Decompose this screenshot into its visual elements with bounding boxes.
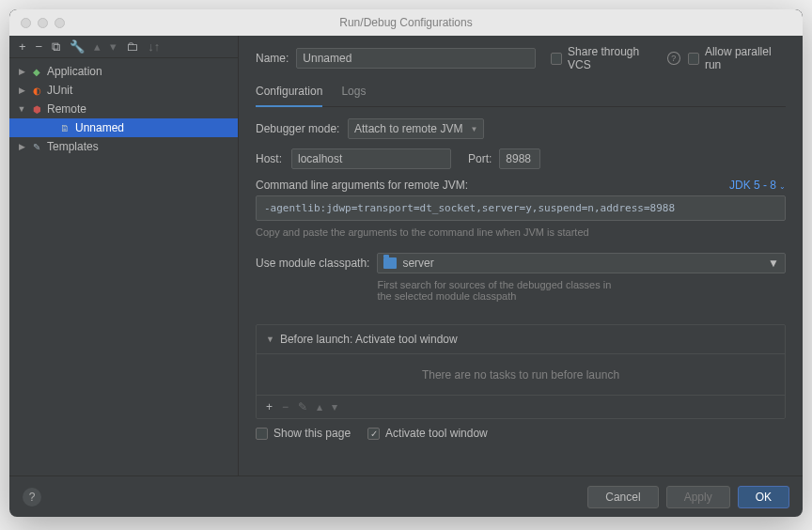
- tree-item-junit[interactable]: ▶ ◐ JUnit: [9, 81, 238, 100]
- footer: ? Cancel Apply OK: [9, 475, 803, 517]
- sort-icon[interactable]: ↓↑: [148, 40, 160, 53]
- module-value: server: [402, 257, 433, 270]
- sidebar-toolbar: + − ⧉ 🔧 ▴ ▾ 🗀 ↓↑: [9, 36, 238, 58]
- cmdline-label-row: Command line arguments for remote JVM: J…: [256, 179, 786, 192]
- name-input[interactable]: [296, 48, 535, 69]
- cmdline-field[interactable]: -agentlib:jdwp=transport=dt_socket,serve…: [256, 195, 786, 221]
- module-row: Use module classpath: server ▼ First sea…: [256, 253, 786, 302]
- task-toolbar: + − ✎ ▴ ▾: [257, 395, 785, 418]
- module-hint: First search for sources of the debugged…: [377, 279, 621, 302]
- cmdline-label: Command line arguments for remote JVM:: [256, 179, 468, 192]
- main-panel: Name: Share through VCS ? Allow parallel…: [239, 36, 803, 475]
- file-icon: 🗎: [58, 121, 71, 134]
- debugger-mode-row: Debugger mode: Attach to remote JVM ▼: [256, 118, 786, 139]
- chevron-right-icon: ▶: [17, 142, 26, 151]
- templates-icon: ✎: [30, 140, 43, 153]
- host-label: Host:: [256, 152, 284, 165]
- share-label: Share through VCS: [568, 45, 660, 71]
- port-input[interactable]: [499, 148, 540, 169]
- tree-label: Remote: [47, 102, 86, 116]
- add-task-icon[interactable]: +: [266, 400, 273, 413]
- tree-label: Unnamed: [75, 121, 124, 134]
- parallel-label: Allow parallel run: [705, 45, 786, 71]
- activate-window-label: Activate tool window: [385, 427, 488, 440]
- tree-item-application[interactable]: ▶ ◆ Application: [9, 62, 238, 81]
- debugger-mode-label: Debugger mode:: [256, 122, 340, 135]
- task-list-empty: There are no tasks to run before launch: [257, 353, 785, 395]
- folder-icon[interactable]: 🗀: [126, 40, 138, 53]
- checkbox-icon: [256, 428, 268, 440]
- show-page-label: Show this page: [273, 427, 351, 440]
- copy-icon[interactable]: ⧉: [52, 40, 60, 53]
- close-icon[interactable]: [21, 18, 31, 28]
- host-input[interactable]: [291, 148, 451, 169]
- launch-options-row: Show this page ✓ Activate tool window: [256, 427, 786, 440]
- chevron-right-icon: ▶: [17, 67, 26, 76]
- chevron-right-icon: ▶: [17, 86, 26, 95]
- before-launch-title: Before launch: Activate tool window: [280, 333, 458, 346]
- sidebar: + − ⧉ 🔧 ▴ ▾ 🗀 ↓↑ ▶ ◆ Application ▶ ◐ JUn…: [9, 36, 239, 475]
- host-port-row: Host: Port:: [256, 148, 786, 169]
- tree-item-remote[interactable]: ▼ ⬢ Remote: [9, 100, 238, 118]
- tree-item-templates[interactable]: ▶ ✎ Templates: [9, 137, 238, 156]
- config-tree: ▶ ◆ Application ▶ ◐ JUnit ▼ ⬢ Remote 🗎: [9, 58, 238, 475]
- checkbox-checked-icon: ✓: [367, 428, 380, 440]
- chevron-down-icon: ▼: [768, 257, 779, 270]
- down-icon[interactable]: ▾: [110, 40, 117, 53]
- name-row: Name: Share through VCS ? Allow parallel…: [256, 45, 786, 71]
- down-task-icon[interactable]: ▾: [332, 400, 337, 413]
- checkbox-icon: [551, 53, 562, 65]
- up-icon[interactable]: ▴: [94, 40, 101, 53]
- chevron-down-icon: ▼: [470, 125, 477, 133]
- activate-window-checkbox[interactable]: ✓ Activate tool window: [367, 427, 488, 440]
- before-launch-section: ▼ Before launch: Activate tool window Th…: [256, 324, 786, 419]
- minimize-icon[interactable]: [38, 18, 48, 28]
- content-area: + − ⧉ 🔧 ▴ ▾ 🗀 ↓↑ ▶ ◆ Application ▶ ◐ JUn…: [9, 36, 803, 475]
- tab-configuration[interactable]: Configuration: [256, 81, 322, 107]
- debugger-mode-combo[interactable]: Attach to remote JVM ▼: [348, 118, 484, 139]
- tree-label: JUnit: [47, 84, 72, 97]
- cmdline-hint: Copy and paste the arguments to the comm…: [256, 226, 786, 238]
- module-label: Use module classpath:: [256, 253, 369, 270]
- combo-value: Attach to remote JVM: [354, 122, 462, 135]
- tabs: Configuration Logs: [256, 81, 786, 107]
- up-task-icon[interactable]: ▴: [317, 400, 322, 413]
- maximize-icon[interactable]: [55, 18, 65, 28]
- junit-icon: ◐: [30, 84, 43, 97]
- remove-task-icon[interactable]: −: [282, 400, 289, 413]
- checkbox-icon: [688, 53, 699, 65]
- parallel-run-checkbox[interactable]: Allow parallel run: [688, 45, 786, 71]
- chevron-down-icon: ▼: [17, 104, 26, 114]
- add-icon[interactable]: +: [19, 40, 26, 53]
- cancel-button[interactable]: Cancel: [587, 486, 658, 508]
- help-button[interactable]: ?: [23, 488, 41, 507]
- show-page-checkbox[interactable]: Show this page: [256, 427, 351, 440]
- module-classpath-combo[interactable]: server ▼: [377, 253, 786, 273]
- wrench-icon[interactable]: 🔧: [70, 40, 85, 53]
- name-label: Name:: [256, 52, 289, 65]
- ok-button[interactable]: OK: [738, 486, 789, 508]
- tree-label: Templates: [47, 140, 99, 153]
- before-launch-header[interactable]: ▼ Before launch: Activate tool window: [257, 325, 785, 353]
- window-title: Run/Debug Configurations: [9, 16, 803, 29]
- jdk-version-link[interactable]: JDK 5 - 8⌄: [729, 179, 786, 192]
- chevron-down-icon: ▼: [266, 335, 274, 344]
- edit-task-icon[interactable]: ✎: [298, 400, 307, 413]
- remove-icon[interactable]: −: [36, 40, 43, 53]
- port-label: Port:: [468, 152, 492, 165]
- tree-item-unnamed[interactable]: 🗎 Unnamed: [9, 118, 238, 137]
- share-vcs-checkbox[interactable]: Share through VCS: [551, 45, 660, 71]
- tab-logs[interactable]: Logs: [341, 81, 366, 106]
- apply-button[interactable]: Apply: [666, 486, 730, 508]
- tree-label: Application: [47, 65, 102, 78]
- application-icon: ◆: [30, 65, 43, 78]
- titlebar: Run/Debug Configurations: [9, 9, 803, 36]
- remote-icon: ⬢: [30, 102, 43, 116]
- help-icon[interactable]: ?: [667, 52, 679, 65]
- dialog-window: Run/Debug Configurations + − ⧉ 🔧 ▴ ▾ 🗀 ↓…: [9, 9, 803, 517]
- window-controls: [9, 18, 65, 28]
- module-icon: [383, 257, 397, 269]
- chevron-down-icon: ⌄: [779, 182, 786, 191]
